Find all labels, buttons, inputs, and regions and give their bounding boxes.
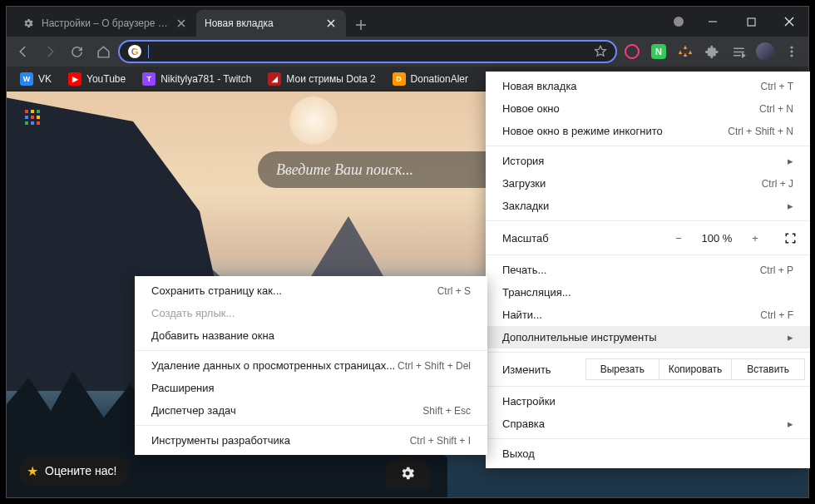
- submenu-name-window[interactable]: Добавить название окна: [135, 324, 487, 347]
- tab-new[interactable]: Новая вкладка: [196, 10, 346, 37]
- menu-separator: [486, 254, 810, 255]
- menu-incognito[interactable]: Новое окно в режиме инкогнитоCtrl + Shif…: [486, 120, 810, 142]
- menu-zoom: Масштаб − 100 % +: [486, 225, 810, 251]
- customize-button[interactable]: [385, 457, 430, 489]
- more-tools-submenu: Сохранить страницу как...Ctrl + S Создат…: [135, 276, 487, 455]
- tab-strip: Настройки – О браузере Chrom Новая вклад…: [7, 7, 664, 37]
- toolbar: G N: [7, 37, 808, 67]
- menu-print[interactable]: Печать...Ctrl + P: [486, 259, 810, 281]
- submenu-save-as[interactable]: Сохранить страницу как...Ctrl + S: [135, 279, 487, 302]
- bookmark-item[interactable]: WVK: [13, 69, 58, 89]
- menu-button[interactable]: [780, 40, 803, 63]
- rate-us-button[interactable]: ★ Оцените нас!: [18, 456, 130, 486]
- bookmark-item[interactable]: ▶YouTube: [62, 69, 132, 89]
- copy-button[interactable]: Копировать: [659, 358, 733, 380]
- zoom-in-button[interactable]: +: [743, 228, 767, 248]
- account-indicator[interactable]: [664, 7, 694, 37]
- bookmark-star-icon[interactable]: [594, 45, 607, 58]
- bookmark-item[interactable]: ◢Мои стримы Dota 2: [261, 69, 382, 89]
- fullscreen-button[interactable]: [778, 228, 802, 248]
- titlebar: Настройки – О браузере Chrom Новая вклад…: [7, 7, 808, 37]
- tab-title: Настройки – О браузере Chrom: [42, 17, 168, 29]
- bookmark-item[interactable]: TNikitylya781 - Twitch: [136, 69, 258, 89]
- window-controls: [694, 7, 808, 37]
- menu-new-tab[interactable]: Новая вкладкаCtrl + T: [486, 75, 810, 97]
- maximize-button[interactable]: [732, 7, 770, 37]
- svg-point-1: [790, 46, 793, 48]
- chevron-right-icon: ▸: [788, 200, 793, 212]
- sun: [289, 96, 338, 145]
- menu-exit[interactable]: Выход: [486, 442, 810, 465]
- chevron-right-icon: ▸: [788, 155, 793, 167]
- menu-separator: [486, 352, 810, 353]
- menu-separator: [486, 386, 810, 387]
- menu-new-window[interactable]: Новое окноCtrl + N: [486, 97, 810, 120]
- star-icon: ★: [27, 463, 38, 479]
- bookmark-item[interactable]: DDonationAler: [386, 69, 475, 89]
- tab-settings[interactable]: Настройки – О браузере Chrom: [13, 10, 196, 37]
- new-tab-button[interactable]: [349, 13, 373, 37]
- chevron-right-icon: ▸: [788, 418, 793, 430]
- zoom-value: 100 %: [695, 232, 738, 245]
- menu-separator: [486, 438, 810, 439]
- main-menu: Новая вкладкаCtrl + T Новое окноCtrl + N…: [486, 72, 810, 468]
- menu-separator: [135, 350, 487, 351]
- tab-title: Новая вкладка: [205, 17, 318, 29]
- paste-button[interactable]: Вставить: [731, 358, 805, 380]
- zoom-out-button[interactable]: −: [667, 228, 690, 248]
- search-placeholder: Введите Ваш поиск...: [276, 161, 413, 179]
- menu-edit-row: Изменить Вырезать Копировать Вставить: [486, 356, 810, 383]
- submenu-extensions[interactable]: Расширения: [135, 377, 487, 399]
- menu-separator: [486, 220, 810, 221]
- back-button[interactable]: [12, 40, 35, 63]
- youtube-icon: ▶: [68, 72, 82, 86]
- close-button[interactable]: [770, 7, 808, 37]
- menu-separator: [135, 425, 487, 426]
- close-icon[interactable]: [175, 17, 188, 30]
- minimize-button[interactable]: [694, 7, 732, 37]
- menu-history[interactable]: История▸: [486, 150, 810, 172]
- close-icon[interactable]: [324, 17, 338, 30]
- extension-icon[interactable]: N: [647, 40, 670, 63]
- submenu-clear-data[interactable]: Удаление данных о просмотренных страница…: [135, 354, 487, 377]
- menu-downloads[interactable]: ЗагрузкиCtrl + J: [486, 172, 810, 195]
- menu-more-tools[interactable]: Дополнительные инструменты▸: [486, 326, 810, 348]
- dota-icon: ◢: [268, 72, 281, 86]
- address-bar[interactable]: G: [118, 40, 617, 63]
- submenu-task-manager[interactable]: Диспетчер задачShift + Esc: [135, 399, 487, 422]
- extension-icon[interactable]: [674, 40, 697, 63]
- menu-bookmarks[interactable]: Закладки▸: [486, 195, 810, 217]
- forward-button[interactable]: [38, 40, 62, 63]
- gear-icon: [22, 17, 35, 30]
- donation-icon: D: [393, 72, 406, 86]
- svg-point-3: [790, 54, 793, 57]
- menu-separator: [486, 146, 810, 146]
- chevron-right-icon: ▸: [788, 331, 793, 343]
- vk-icon: W: [20, 72, 33, 86]
- submenu-dev-tools[interactable]: Инструменты разработчикаCtrl + Shift + I: [135, 429, 487, 452]
- svg-point-2: [790, 50, 793, 52]
- menu-cast[interactable]: Трансляция...: [486, 281, 810, 304]
- submenu-create-shortcut: Создать ярлык...: [135, 302, 487, 324]
- cut-button[interactable]: Вырезать: [585, 358, 659, 380]
- extensions-button[interactable]: [700, 40, 724, 63]
- menu-help[interactable]: Справка▸: [486, 413, 810, 435]
- extension-icon[interactable]: [620, 40, 644, 63]
- twitch-icon: T: [142, 72, 156, 86]
- reload-button[interactable]: [65, 40, 88, 63]
- svg-rect-0: [748, 18, 755, 26]
- url-input[interactable]: [156, 46, 587, 58]
- profile-avatar[interactable]: [753, 40, 777, 63]
- apps-button[interactable]: [25, 110, 40, 125]
- menu-settings[interactable]: Настройки: [486, 390, 810, 413]
- menu-find[interactable]: Найти...Ctrl + F: [486, 304, 810, 326]
- cursor-caret: [148, 45, 149, 58]
- google-icon: G: [128, 45, 141, 58]
- home-button[interactable]: [91, 40, 115, 63]
- media-button[interactable]: [727, 40, 750, 63]
